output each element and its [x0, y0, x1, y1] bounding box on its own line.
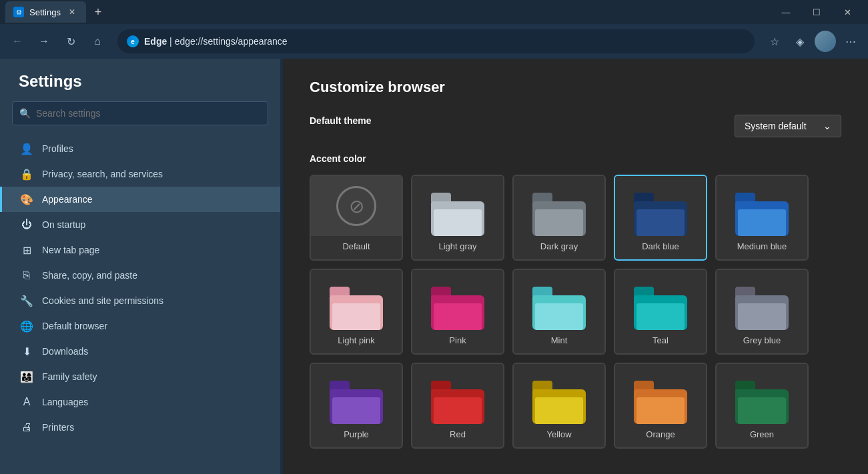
collections-icon[interactable]: ◈ — [788, 29, 812, 53]
sidebar-label-downloads: Downloads — [42, 346, 88, 357]
color-card-light-gray[interactable]: Light gray — [411, 175, 504, 261]
color-card-teal[interactable]: Teal — [614, 269, 707, 355]
color-card-light-pink[interactable]: Light pink — [310, 269, 403, 355]
color-card-dark-gray[interactable]: Dark gray — [512, 175, 606, 261]
address-path: | edge://settings/appearance — [167, 36, 287, 47]
color-card-pink[interactable]: Pink — [411, 269, 504, 355]
sidebar-item-printers[interactable]: 🖨 Printers — [0, 415, 280, 440]
sidebar-label-share: Share, copy, and paste — [42, 270, 137, 281]
color-label-dark-blue: Dark blue — [615, 236, 706, 253]
color-visual-orange — [615, 364, 706, 424]
color-card-yellow[interactable]: Yellow — [512, 363, 606, 449]
color-visual-dark-gray — [514, 176, 604, 236]
color-card-medium-blue[interactable]: Medium blue — [715, 175, 809, 261]
sidebar-label-family: Family safety — [42, 371, 97, 382]
forward-button[interactable]: → — [32, 29, 56, 53]
theme-dropdown-button[interactable]: System default ⌄ — [735, 115, 841, 137]
folder-icon-dark-gray — [532, 193, 586, 236]
settings-tab[interactable]: ⚙ Settings ✕ — [5, 1, 86, 23]
sidebar-label-appearance: Appearance — [42, 194, 93, 205]
tab-close-button[interactable]: ✕ — [66, 6, 78, 18]
sidebar-icon-downloads: ⬇ — [21, 345, 33, 357]
sidebar-item-family[interactable]: 👨‍👩‍👧 Family safety — [0, 364, 280, 389]
profile-icon[interactable] — [813, 29, 837, 53]
color-card-red[interactable]: Red — [411, 363, 504, 449]
back-button[interactable]: ← — [5, 29, 29, 53]
sidebar-item-languages[interactable]: A Languages — [0, 389, 280, 415]
color-card-grey-blue[interactable]: Grey blue — [715, 269, 809, 355]
color-label-red: Red — [412, 424, 503, 441]
color-label-green: Green — [717, 424, 807, 441]
maximize-button[interactable]: ☐ — [801, 0, 832, 24]
window-controls: — ☐ ✕ — [771, 0, 863, 24]
sidebar-item-defaultbrowser[interactable]: 🌐 Default browser — [0, 313, 280, 339]
sidebar-icon-startup: ⏻ — [21, 219, 33, 231]
color-card-dark-blue[interactable]: Dark blue — [614, 175, 707, 261]
sidebar-item-profiles[interactable]: 👤 Profiles — [0, 136, 280, 161]
home-button[interactable]: ⌂ — [85, 29, 109, 53]
sidebar-icon-printers: 🖨 — [21, 421, 33, 433]
color-label-yellow: Yellow — [514, 424, 604, 441]
sidebar-item-downloads[interactable]: ⬇ Downloads — [0, 339, 280, 364]
sidebar-item-appearance[interactable]: 🎨 Appearance — [0, 187, 280, 212]
color-visual-pink — [412, 270, 503, 330]
color-visual-light-pink — [311, 270, 402, 330]
settings-tab-text: Settings — [29, 7, 61, 17]
sidebar-label-profiles: Profiles — [42, 143, 73, 154]
folder-icon-mint — [532, 287, 586, 330]
sidebar-icon-appearance: 🎨 — [21, 193, 33, 205]
color-card-default[interactable]: ⊘ Default — [310, 175, 403, 261]
color-visual-medium-blue — [717, 176, 807, 236]
color-visual-purple — [311, 364, 402, 424]
color-label-light-gray: Light gray — [412, 236, 503, 253]
search-input[interactable] — [36, 108, 261, 119]
page-title: Customize browser — [310, 79, 841, 96]
address-bold: Edge — [144, 36, 167, 47]
accent-colors-grid: ⊘ Default Light gray Dark gray — [310, 175, 841, 449]
color-visual-dark-blue — [615, 176, 706, 236]
sidebar-icon-languages: A — [21, 396, 33, 408]
sidebar-label-printers: Printers — [42, 422, 74, 433]
sidebar-item-startup[interactable]: ⏻ On startup — [0, 212, 280, 237]
sidebar-label-newtab: New tab page — [42, 245, 99, 255]
sidebar-item-privacy[interactable]: 🔒 Privacy, search, and services — [0, 161, 280, 187]
user-avatar[interactable] — [815, 31, 836, 52]
sidebar-title: Settings — [0, 72, 280, 101]
theme-value: System default — [745, 121, 807, 131]
minimize-button[interactable]: — — [771, 0, 801, 24]
color-label-mint: Mint — [514, 330, 604, 347]
new-tab-button[interactable]: + — [89, 3, 107, 21]
sidebar-icon-share: ⎘ — [21, 269, 33, 281]
sidebar-item-newtab[interactable]: ⊞ New tab page — [0, 237, 280, 263]
close-button[interactable]: ✕ — [832, 0, 863, 24]
folder-icon-medium-blue — [735, 193, 789, 236]
color-visual-teal — [615, 270, 706, 330]
search-box[interactable]: 🔍 — [12, 101, 268, 125]
color-card-green[interactable]: Green — [715, 363, 809, 449]
sidebar-item-cookies[interactable]: 🔧 Cookies and site permissions — [0, 288, 280, 313]
sidebar-icon-defaultbrowser: 🌐 — [21, 320, 33, 332]
color-label-purple: Purple — [311, 424, 402, 441]
folder-icon-pink — [431, 287, 484, 330]
refresh-button[interactable]: ↻ — [59, 29, 83, 53]
sidebar-item-share[interactable]: ⎘ Share, copy, and paste — [0, 263, 280, 288]
color-label-pink: Pink — [412, 330, 503, 347]
color-label-orange: Orange — [615, 424, 706, 441]
color-card-mint[interactable]: Mint — [512, 269, 606, 355]
color-card-purple[interactable]: Purple — [310, 363, 403, 449]
color-label-medium-blue: Medium blue — [717, 236, 807, 253]
sidebar-label-privacy: Privacy, search, and services — [42, 169, 163, 179]
folder-icon-purple — [330, 381, 383, 424]
accent-color-label: Accent color — [310, 153, 841, 164]
color-card-orange[interactable]: Orange — [614, 363, 707, 449]
folder-icon-orange — [634, 381, 687, 424]
address-bar[interactable]: e Edge | edge://settings/appearance — [117, 29, 755, 53]
color-label-default: Default — [311, 236, 402, 253]
sidebar-icon-family: 👨‍👩‍👧 — [21, 371, 33, 383]
settings-tab-icon: ⚙ — [13, 7, 24, 17]
sidebar-label-cookies: Cookies and site permissions — [42, 295, 163, 306]
favorites-icon[interactable]: ☆ — [763, 29, 787, 53]
more-button[interactable]: ⋯ — [839, 29, 863, 53]
folder-icon-light-pink — [330, 287, 383, 330]
sidebar-icon-newtab: ⊞ — [21, 244, 33, 256]
